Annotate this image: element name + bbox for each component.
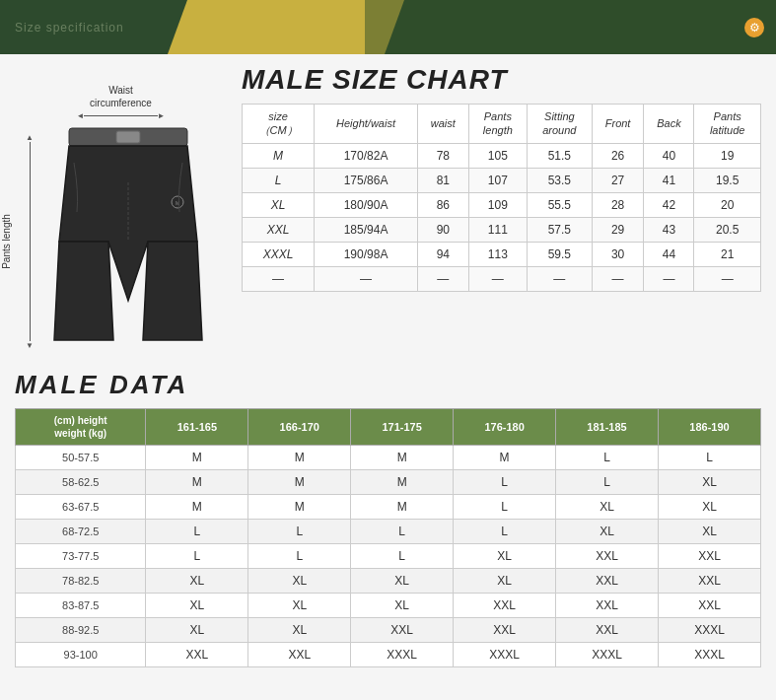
size-table: size （CM）Height/waistwaistPants lengthSi… <box>242 104 761 292</box>
size-table-row: ———————— <box>243 266 761 291</box>
data-table-col-header: 166-170 <box>248 409 351 446</box>
svg-rect-1 <box>116 131 140 143</box>
header-title: Size specification <box>0 21 124 35</box>
data-table-col-header: 161-165 <box>146 409 248 446</box>
data-table-col-header: 181-185 <box>556 409 659 446</box>
data-table-row: 58-62.5MMMLLXL <box>16 470 761 495</box>
size-table-body: M170/82A7810551.5264019L175/86A8110753.5… <box>243 143 761 291</box>
bottom-section: MALE DATA (cm) height weight (kg)161-165… <box>0 360 776 677</box>
header-bar: Size specification <box>0 0 776 54</box>
data-table-col-header: 186-190 <box>658 409 760 446</box>
size-table-row: XXXL190/98A9411359.5304421 <box>243 242 761 266</box>
data-table-row: 73-77.5LLLXLXXLXXL <box>16 544 761 569</box>
data-table-row: 63-67.5MMMLXLXL <box>16 495 761 520</box>
data-table-row: 93-100XXLXXLXXXLXXXLXXXLXXXL <box>16 643 761 667</box>
size-chart-title: MALE SIZE CHART <box>242 64 761 96</box>
size-table-row: M170/82A7810551.5264019 <box>243 143 761 168</box>
pants-diagram: Waist circumference ◄ ► ▲ ▼ Pants length <box>15 64 227 350</box>
data-table-row: 83-87.5XLXLXLXXLXXLXXL <box>16 594 761 618</box>
waist-label: Waist circumference ◄ ► <box>15 84 227 120</box>
pants-illustration: M <box>49 123 207 350</box>
settings-icon[interactable] <box>744 18 764 37</box>
size-chart-section: MALE SIZE CHART size （CM）Height/waistwai… <box>242 64 761 350</box>
size-table-row: L175/86A8110753.5274119.5 <box>243 168 761 192</box>
size-table-row: XXL185/94A9011157.5294320.5 <box>243 217 761 242</box>
data-table-col-header: 171-175 <box>351 409 454 446</box>
size-table-header-row: size （CM）Height/waistwaistPants lengthSi… <box>243 105 761 144</box>
data-table-row: 50-57.5MMMMLL <box>16 446 761 470</box>
data-table-row: 68-72.5LLLLXLXL <box>16 520 761 544</box>
main-section: Waist circumference ◄ ► ▲ ▼ Pants length <box>0 54 776 360</box>
data-table-header-row: (cm) height weight (kg)161-165166-170171… <box>16 409 761 446</box>
data-chart-title: MALE DATA <box>15 370 761 400</box>
data-table-row: 88-92.5XLXLXXLXXLXXLXXXL <box>16 618 761 643</box>
data-table-body: 50-57.5MMMMLL58-62.5MMMLLXL63-67.5MMMLXL… <box>16 446 761 667</box>
data-table: (cm) height weight (kg)161-165166-170171… <box>15 408 761 667</box>
pants-length-label: Pants length <box>1 214 12 269</box>
size-table-row: XL180/90A8610955.5284220 <box>243 192 761 217</box>
data-table-col-header: 176-180 <box>454 409 556 446</box>
data-table-row: 78-82.5XLXLXLXLXXLXXL <box>16 569 761 594</box>
